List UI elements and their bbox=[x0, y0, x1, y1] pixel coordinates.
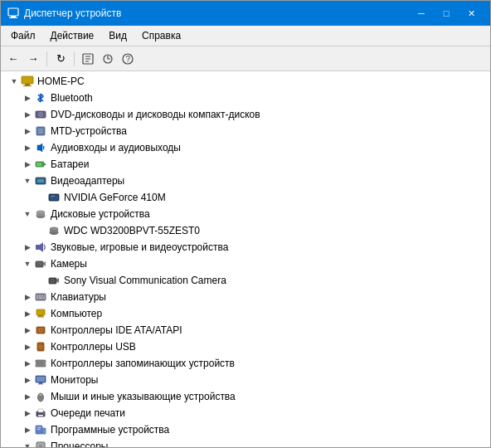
cameras-expand[interactable]: ▼ bbox=[21, 257, 34, 270]
storage-icon bbox=[34, 357, 47, 370]
computer-label: Компьютер bbox=[51, 308, 102, 319]
sound-item[interactable]: ▶ Звуковые, игровые и видеоустройства bbox=[1, 239, 490, 256]
sony-item[interactable]: Sony Visual Communication Camera bbox=[1, 272, 490, 289]
toolbar: ← → ↻ ? bbox=[1, 46, 490, 71]
ide-expand[interactable]: ▶ bbox=[21, 324, 34, 337]
svg-point-29 bbox=[36, 211, 45, 214]
svg-rect-48 bbox=[36, 298, 38, 299]
back-button[interactable]: ← bbox=[4, 50, 22, 68]
dvd-item[interactable]: ▶ DVD-дисководы и дисководы компакт-диск… bbox=[1, 106, 490, 123]
tree-root[interactable]: ▼ HOME-PC bbox=[1, 73, 490, 90]
prop-button[interactable] bbox=[79, 50, 97, 68]
monitors-label: Мониторы bbox=[51, 374, 98, 386]
processors-expand[interactable]: ▼ bbox=[21, 440, 34, 447]
sound-expand[interactable]: ▶ bbox=[21, 241, 34, 254]
bluetooth-item[interactable]: ▶ Bluetooth bbox=[1, 90, 490, 106]
keyboards-item[interactable]: ▶ Клавиатуры bbox=[1, 289, 490, 305]
svg-point-62 bbox=[43, 361, 45, 363]
dvd-expand[interactable]: ▶ bbox=[21, 108, 34, 121]
usb-expand[interactable]: ▶ bbox=[21, 340, 34, 353]
svg-point-15 bbox=[40, 114, 41, 115]
device-tree[interactable]: ▼ HOME-PC ▶ Bluetooth ▶ bbox=[1, 71, 490, 447]
soft-item[interactable]: ▶ Программные устройства bbox=[1, 421, 490, 438]
nvidia-item[interactable]: NVIDIA GeForce 410M bbox=[1, 189, 490, 206]
storage-expand[interactable]: ▶ bbox=[21, 357, 34, 370]
update-button[interactable] bbox=[99, 50, 117, 68]
svg-rect-21 bbox=[36, 163, 41, 166]
mtd-item[interactable]: ▶ MTD-устройства bbox=[1, 123, 490, 139]
menu-bar: ФайлДействиеВидСправка bbox=[1, 26, 490, 46]
videoadapter-item[interactable]: ▼ Видеоадаптеры bbox=[1, 173, 490, 189]
mtd-label: MTD-устройства bbox=[51, 125, 127, 137]
maximize-button[interactable]: □ bbox=[434, 5, 459, 22]
menu-item-вид[interactable]: Вид bbox=[102, 27, 134, 44]
disk-expand[interactable]: ▼ bbox=[21, 207, 34, 221]
mice-expand[interactable]: ▶ bbox=[21, 390, 34, 403]
dvd-label: DVD-дисководы и дисководы компакт-дисков bbox=[51, 109, 260, 120]
svg-marker-40 bbox=[56, 278, 59, 283]
battery-icon bbox=[34, 158, 47, 171]
svg-rect-47 bbox=[44, 295, 45, 297]
device-manager-window: Диспетчер устройств ─ □ ✕ ФайлДействиеВи… bbox=[0, 0, 491, 448]
svg-point-38 bbox=[38, 264, 40, 265]
ide-label: Контроллеры IDE ATA/ATAPI bbox=[51, 324, 182, 336]
svg-marker-36 bbox=[43, 261, 46, 266]
root-expand[interactable]: ▼ bbox=[7, 75, 21, 88]
battery-label: Батареи bbox=[51, 158, 89, 170]
svg-rect-67 bbox=[38, 384, 43, 385]
svg-rect-33 bbox=[36, 245, 40, 250]
usb-icon bbox=[34, 340, 47, 353]
nvidia-icon bbox=[47, 191, 61, 204]
battery-expand[interactable]: ▶ bbox=[21, 158, 34, 171]
cameras-label: Камеры bbox=[51, 258, 87, 270]
svg-point-42 bbox=[51, 280, 53, 282]
dvd-icon bbox=[34, 108, 47, 121]
soft-expand[interactable]: ▶ bbox=[21, 423, 34, 436]
svg-rect-1 bbox=[11, 16, 16, 17]
disk-item[interactable]: ▼ Дисковые устройства bbox=[1, 206, 490, 222]
processors-item[interactable]: ▼ bbox=[1, 438, 490, 447]
menu-item-справка[interactable]: Справка bbox=[135, 27, 187, 44]
menu-item-файл[interactable]: Файл bbox=[4, 27, 42, 44]
computer-expand[interactable]: ▶ bbox=[21, 307, 34, 320]
close-button[interactable]: ✕ bbox=[459, 5, 484, 22]
mice-label: Мыши и иные указывающие устройства bbox=[51, 391, 236, 402]
keyboards-icon bbox=[34, 290, 47, 304]
usb-item[interactable]: ▶ Контроллеры USB bbox=[1, 338, 490, 355]
refresh-button[interactable]: ↻ bbox=[51, 50, 70, 68]
cameras-icon bbox=[34, 257, 47, 270]
svg-rect-52 bbox=[38, 315, 43, 317]
printqueue-expand[interactable]: ▶ bbox=[21, 407, 34, 420]
mtd-icon bbox=[34, 124, 47, 138]
forward-button[interactable]: → bbox=[24, 50, 42, 68]
minimize-button[interactable]: ─ bbox=[409, 5, 434, 22]
help-button[interactable]: ? bbox=[119, 50, 137, 68]
audio-expand[interactable]: ▶ bbox=[21, 141, 34, 154]
audio-item[interactable]: ▶ Аудиовходы и аудиовыходы bbox=[1, 139, 490, 156]
svg-rect-10 bbox=[22, 76, 33, 84]
nvidia-label: NVIDIA GeForce 410M bbox=[64, 192, 166, 203]
bluetooth-expand[interactable]: ▶ bbox=[21, 91, 34, 105]
printqueue-item[interactable]: ▶ Очереди печати bbox=[1, 405, 490, 421]
wdc-item[interactable]: WDC WD3200BPVT-55ZEST0 bbox=[1, 222, 490, 239]
mtd-expand[interactable]: ▶ bbox=[21, 124, 34, 138]
menu-item-действие[interactable]: Действие bbox=[44, 27, 101, 44]
monitors-expand[interactable]: ▶ bbox=[21, 373, 34, 387]
battery-item[interactable]: ▶ Батареи bbox=[1, 156, 490, 173]
svg-rect-72 bbox=[38, 409, 43, 412]
storage-item[interactable]: ▶ Контроллеры запоминающих устройств bbox=[1, 355, 490, 372]
ide-item[interactable]: ▶ Контроллеры IDE ATA/ATAPI bbox=[1, 322, 490, 338]
monitors-item[interactable]: ▶ Мониторы bbox=[1, 372, 490, 388]
keyboards-expand[interactable]: ▶ bbox=[21, 290, 34, 304]
svg-point-63 bbox=[43, 365, 45, 367]
svg-rect-43 bbox=[36, 294, 46, 300]
processors-label: Процессоры bbox=[51, 441, 109, 447]
videoadapter-expand[interactable]: ▼ bbox=[21, 174, 34, 187]
cameras-item[interactable]: ▼ Камеры bbox=[1, 256, 490, 272]
wdc-icon bbox=[47, 224, 61, 237]
mice-item[interactable]: ▶ Мыши и иные указывающие устройства bbox=[1, 388, 490, 405]
svg-rect-50 bbox=[43, 298, 45, 299]
computer-item[interactable]: ▶ Компьютер bbox=[1, 305, 490, 322]
root-label: HOME-PC bbox=[37, 75, 85, 87]
usb-label: Контроллеры USB bbox=[51, 341, 136, 353]
